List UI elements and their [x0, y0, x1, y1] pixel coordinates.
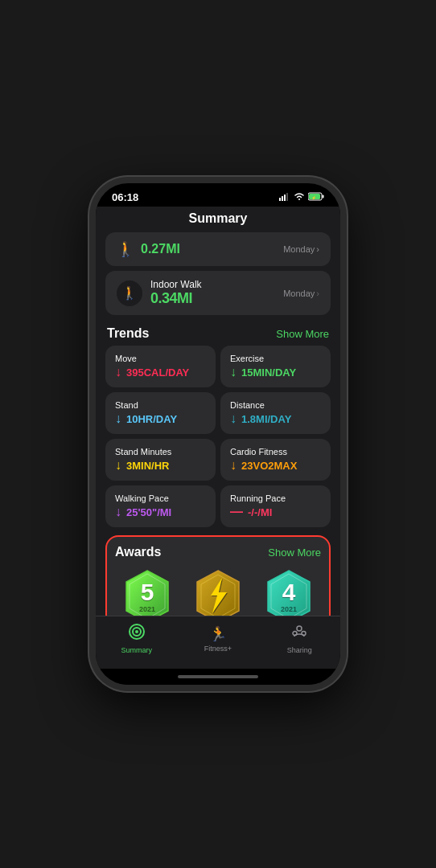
trend-distance-value: 1.8MI/DAY	[241, 413, 291, 425]
trend-move[interactable]: Move ↓ 395CAL/DAY	[105, 346, 216, 387]
trend-move-label: Move	[115, 354, 206, 363]
trend-exercise[interactable]: Exercise ↓ 15MIN/DAY	[220, 346, 331, 387]
page-title: Summary	[96, 207, 340, 232]
trend-cardio[interactable]: Cardio Fitness ↓ 23VO2MAX	[220, 439, 331, 481]
svg-point-22	[135, 630, 138, 633]
chevron-icon-1: ›	[316, 244, 319, 254]
status-icons: ⚡	[279, 192, 324, 203]
walk-icon-1: 🚶	[117, 240, 134, 258]
home-indicator	[96, 669, 340, 685]
sharing-tab-label: Sharing	[287, 646, 312, 654]
indoor-walk-label: Indoor Walk	[150, 279, 202, 290]
trend-stand-label: Stand	[115, 400, 206, 410]
activity-row-2[interactable]: 🚶 Indoor Walk 0.34MI Monday ›	[105, 271, 331, 315]
svg-rect-5	[323, 195, 324, 199]
trends-header: Trends Show More	[96, 320, 340, 346]
trends-grid: Move ↓ 395CAL/DAY Exercise ↓ 15MIN/DAY	[96, 346, 340, 532]
activity-meta-1: Monday ›	[283, 244, 319, 254]
trend-exercise-label: Exercise	[230, 354, 321, 363]
phone-frame: 06:18 ⚡ Summary 🚶 0.27MI	[89, 177, 347, 691]
activity-row-1[interactable]: 🚶 0.27MI Monday ›	[105, 232, 331, 266]
trend-stand-arrow: ↓	[115, 411, 121, 426]
svg-text:⚡: ⚡	[311, 195, 317, 201]
fitness-tab-icon: 🏃	[209, 625, 227, 643]
trend-walking-pace[interactable]: Walking Pace ↓ 25'50"/MI	[105, 485, 216, 527]
trends-show-more[interactable]: Show More	[276, 328, 329, 340]
home-bar	[178, 675, 258, 678]
svg-point-23	[297, 626, 302, 631]
screen-content[interactable]: Summary 🚶 0.27MI Monday › 🚶	[96, 207, 340, 616]
svg-text:4: 4	[282, 579, 296, 605]
tab-bar: Summary 🏃 Fitness+ Sharing	[96, 616, 340, 669]
chevron-icon-2: ›	[316, 289, 319, 298]
trend-exercise-arrow: ↓	[230, 365, 237, 379]
indoor-walk-icon: 🚶	[117, 280, 142, 306]
summary-tab-icon	[128, 623, 146, 645]
may-challenge-badge: 5 5 2021	[118, 567, 176, 616]
status-time: 06:18	[112, 191, 138, 203]
fitness-tab-label: Fitness+	[204, 645, 232, 653]
tab-fitness[interactable]: 🏃 Fitness+	[177, 625, 258, 653]
trend-cardio-label: Cardio Fitness	[230, 447, 321, 457]
trend-move-arrow: ↓	[115, 365, 121, 379]
svg-rect-0	[279, 198, 281, 201]
activity-value-1: 0.27MI	[141, 242, 180, 256]
svg-rect-2	[284, 194, 286, 201]
trend-running-pace-arrow: —	[230, 505, 243, 519]
trend-stand-minutes[interactable]: Stand Minutes ↓ 3MIN/HR	[105, 439, 216, 481]
summary-tab-label: Summary	[121, 646, 152, 654]
awards-row: 5 5 2021 May Challenge 2021	[115, 567, 321, 616]
trend-walking-pace-value: 25'50"/MI	[126, 506, 171, 518]
awards-header: Awards Show More	[115, 545, 321, 559]
workout-week-badge	[189, 567, 247, 616]
awards-show-more[interactable]: Show More	[268, 547, 321, 559]
trend-distance-label: Distance	[230, 400, 321, 410]
trend-stand[interactable]: Stand ↓ 10HR/DAY	[105, 392, 216, 434]
trend-running-pace-label: Running Pace	[230, 493, 321, 503]
award-april-challenge[interactable]: 4 4 2021 April Challenge 2021	[257, 567, 321, 616]
trend-distance[interactable]: Distance ↓ 1.8MI/DAY	[220, 392, 331, 434]
trend-walking-pace-label: Walking Pace	[115, 493, 206, 503]
svg-point-25	[302, 632, 306, 636]
svg-text:2021: 2021	[139, 605, 155, 613]
trend-move-value: 395CAL/DAY	[126, 366, 189, 379]
trend-stand-minutes-value: 3MIN/HR	[126, 460, 169, 472]
awards-title: Awards	[115, 545, 162, 559]
trend-stand-minutes-arrow: ↓	[115, 458, 121, 473]
indoor-walk-value: 0.34MI	[150, 290, 202, 307]
april-challenge-badge: 4 4 2021	[260, 567, 318, 616]
phone-screen: 06:18 ⚡ Summary 🚶 0.27MI	[96, 183, 340, 685]
sharing-tab-icon	[290, 623, 308, 645]
svg-point-24	[293, 632, 297, 636]
trend-running-pace[interactable]: Running Pace — -/-/MI	[220, 485, 331, 527]
indoor-walk-meta: Monday ›	[283, 289, 319, 298]
trend-walking-pace-arrow: ↓	[115, 505, 121, 519]
trend-cardio-value: 23VO2MAX	[241, 460, 297, 472]
trend-stand-minutes-label: Stand Minutes	[115, 447, 206, 457]
tab-summary[interactable]: Summary	[96, 623, 177, 654]
trend-stand-value: 10HR/DAY	[126, 413, 177, 425]
trend-running-pace-value: -/-/MI	[248, 506, 272, 518]
tab-sharing[interactable]: Sharing	[259, 623, 340, 654]
trends-title: Trends	[107, 326, 149, 341]
wifi-icon	[294, 193, 305, 203]
signal-icon	[279, 193, 290, 203]
award-workout-week[interactable]: 7-Workout Week 27	[186, 567, 250, 616]
indoor-walk-info: Indoor Walk 0.34MI	[150, 279, 202, 307]
trend-distance-arrow: ↓	[230, 411, 237, 426]
battery-icon: ⚡	[308, 192, 324, 203]
svg-rect-3	[286, 193, 288, 201]
trend-exercise-value: 15MIN/DAY	[241, 366, 296, 379]
svg-text:2021: 2021	[281, 605, 297, 613]
awards-section[interactable]: Awards Show More	[105, 535, 331, 616]
svg-text:5: 5	[141, 579, 154, 605]
award-may-challenge[interactable]: 5 5 2021 May Challenge 2021	[115, 567, 179, 616]
trend-cardio-arrow: ↓	[230, 458, 237, 473]
notch	[170, 183, 266, 203]
svg-rect-1	[282, 196, 283, 201]
